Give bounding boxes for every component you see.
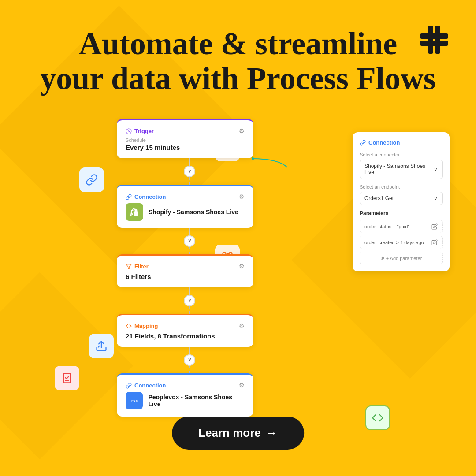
mapping-card-title: Mapping bbox=[126, 323, 158, 329]
endpoint-select[interactable]: Orders1 Get ∨ bbox=[360, 192, 443, 205]
trigger-gear-icon[interactable]: ⚙ bbox=[239, 127, 245, 135]
param-row-1: order_status = "paid" bbox=[360, 220, 443, 233]
connection-panel: Connection Select a connector Shopify - … bbox=[353, 132, 450, 271]
connector-4: ∨ bbox=[117, 347, 262, 373]
connection1-name: Shopify - Samsons Shoes Live bbox=[149, 208, 238, 216]
connector-circle-3: ∨ bbox=[184, 295, 195, 306]
trigger-value: Every 15 minutes bbox=[126, 144, 245, 151]
connection2-name: Peoplevox - Samsons Shoes Live bbox=[148, 394, 245, 408]
export-float-icon bbox=[89, 334, 114, 358]
connection2-gear-icon[interactable]: ⚙ bbox=[239, 382, 245, 389]
connection1-shopify: Shopify - Samsons Shoes Live bbox=[126, 203, 245, 221]
trigger-subtitle: Schedule bbox=[126, 138, 245, 143]
connection1-gear-icon[interactable]: ⚙ bbox=[239, 193, 245, 201]
mapping-value: 21 Fields, 8 Transformations bbox=[126, 332, 245, 340]
flow-column: Trigger ⚙ Schedule Every 15 minutes ∨ bbox=[117, 119, 262, 416]
connection1-card-title: Connection bbox=[126, 193, 166, 200]
learn-more-button[interactable]: Learn more → bbox=[172, 416, 304, 450]
filter-value: 6 Filters bbox=[126, 273, 245, 280]
connection2-card: Connection ⚙ PVX Peoplevox - Samsons Sho… bbox=[117, 373, 253, 416]
mapping-card: Mapping ⚙ 21 Fields, 8 Transformations bbox=[117, 314, 253, 347]
connection2-peoplevox: PVX Peoplevox - Samsons Shoes Live bbox=[126, 392, 245, 409]
add-param-button[interactable]: ⊕ + Add parameter bbox=[360, 252, 443, 264]
connector-circle-1: ∨ bbox=[184, 166, 195, 177]
trigger-card-title: Trigger bbox=[126, 128, 154, 134]
panel-title: Connection bbox=[360, 139, 443, 146]
trigger-card: Trigger ⚙ Schedule Every 15 minutes bbox=[117, 119, 253, 158]
content-area: Trigger ⚙ Schedule Every 15 minutes ∨ bbox=[0, 115, 476, 423]
connector-label: Select a connector bbox=[360, 152, 443, 157]
param-row-2: order_created > 1 days ago bbox=[360, 236, 443, 249]
header: Automate & streamline your data with Pro… bbox=[0, 26, 476, 96]
filter-gear-icon[interactable]: ⚙ bbox=[239, 263, 245, 270]
connector-3: ∨ bbox=[117, 287, 262, 314]
mapping-gear-icon[interactable]: ⚙ bbox=[239, 322, 245, 330]
connector-circle-4: ∨ bbox=[184, 354, 195, 365]
connector-1: ∨ bbox=[117, 158, 262, 185]
param-edit-icon-1[interactable] bbox=[431, 223, 438, 230]
svg-marker-12 bbox=[126, 264, 131, 269]
connection2-card-title: Connection bbox=[126, 382, 166, 389]
connector-2: ∨ bbox=[117, 228, 262, 254]
shopify-logo bbox=[126, 203, 143, 221]
peoplevox-logo: PVX bbox=[126, 392, 143, 409]
link-float-icon bbox=[79, 167, 104, 192]
task-float-icon bbox=[55, 366, 79, 390]
filter-card: Filter ⚙ 6 Filters bbox=[117, 254, 253, 287]
param-edit-icon-2[interactable] bbox=[431, 239, 438, 245]
endpoint-label: Select an endpoint bbox=[360, 184, 443, 190]
code-float-icon bbox=[365, 405, 390, 430]
params-title: Parameters bbox=[360, 210, 443, 216]
connector-circle-2: ∨ bbox=[184, 235, 195, 246]
learn-more-label: Learn more bbox=[198, 426, 261, 440]
connection1-card: Connection ⚙ Shopify - Samsons Shoes Liv… bbox=[117, 185, 253, 228]
filter-card-title: Filter bbox=[126, 263, 149, 270]
page-title: Automate & streamline your data with Pro… bbox=[35, 26, 441, 96]
connector-select[interactable]: Shopify - Samsons Shoes Live ∨ bbox=[360, 160, 443, 179]
learn-more-arrow: → bbox=[266, 426, 278, 440]
page-background: Automate & streamline your data with Pro… bbox=[0, 0, 476, 476]
